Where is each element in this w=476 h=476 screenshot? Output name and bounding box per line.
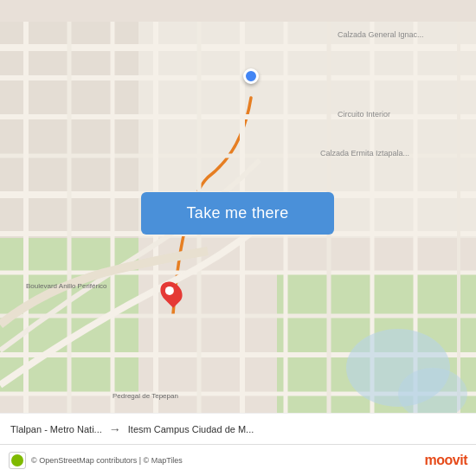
moovit-brand-text: moovit xyxy=(425,453,467,468)
take-me-there-button[interactable]: Take me there xyxy=(141,192,334,235)
svg-text:Calzada Ermita Iztapala...: Calzada Ermita Iztapala... xyxy=(320,149,409,158)
moovit-logo: moovit xyxy=(425,453,467,468)
map-container[interactable]: Calzada General Ignac... Circuito Interi… xyxy=(0,0,476,476)
svg-text:Pedregal de Tepepan: Pedregal de Tepepan xyxy=(113,392,178,400)
attribution-text: © OpenStreetMap contributors | © MapTile… xyxy=(31,456,425,465)
svg-text:Calzada General Ignac...: Calzada General Ignac... xyxy=(338,30,424,39)
route-bar: Tlalpan - Metro Nati... → Itesm Campus C… xyxy=(0,413,476,445)
app-container: Calzada General Ignac... Circuito Interi… xyxy=(0,0,476,476)
map-svg: Calzada General Ignac... Circuito Interi… xyxy=(0,0,476,476)
osm-logo-circle xyxy=(11,454,23,466)
take-me-there-container: Take me there xyxy=(141,192,334,235)
origin-marker xyxy=(243,68,259,84)
destination-marker xyxy=(162,280,181,305)
route-arrow-icon: → xyxy=(109,422,121,436)
osm-logo xyxy=(9,452,26,469)
svg-text:Circuito Interior: Circuito Interior xyxy=(338,110,390,119)
svg-point-34 xyxy=(398,368,467,420)
route-to-label: Itesm Campus Ciudad de M... xyxy=(128,424,466,434)
bottom-bar: © OpenStreetMap contributors | © MapTile… xyxy=(0,444,476,476)
svg-text:Boulevard Anillo Periférico: Boulevard Anillo Periférico xyxy=(26,282,107,290)
route-from-label: Tlalpan - Metro Nati... xyxy=(10,424,102,434)
